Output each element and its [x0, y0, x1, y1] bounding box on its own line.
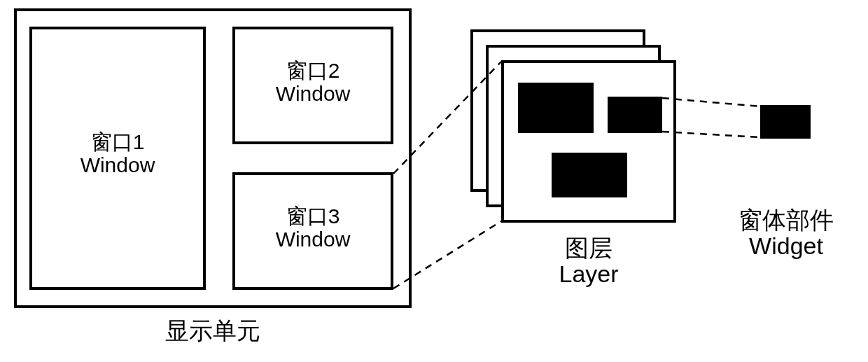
widget-caption-en: Widget — [713, 233, 860, 259]
layer-caption-en: Layer — [501, 261, 676, 287]
svg-line-3 — [662, 132, 760, 137]
window-3-cn: 窗口3 — [232, 204, 393, 228]
window-3-en: Window — [232, 228, 393, 251]
layer-rect-1 — [518, 83, 594, 133]
window-3-label: 窗口3 Window — [232, 204, 393, 251]
widget-caption-cn: 窗体部件 — [713, 207, 860, 233]
diagram-canvas: 窗口1 Window 窗口2 Window 窗口3 Window 显示单元 图层… — [0, 0, 868, 362]
window-2-en: Window — [232, 82, 393, 105]
layer-rect-3 — [552, 153, 627, 197]
window-2-cn: 窗口2 — [232, 59, 393, 82]
window-1-en: Window — [29, 153, 206, 176]
window-2-label: 窗口2 Window — [232, 59, 393, 105]
layer-caption-cn: 图层 — [501, 235, 676, 261]
layer-rect-2 — [608, 97, 662, 133]
window-1-cn: 窗口1 — [29, 130, 206, 153]
svg-line-2 — [662, 98, 760, 106]
window-1-label: 窗口1 Window — [29, 130, 206, 176]
widget-caption: 窗体部件 Widget — [713, 207, 860, 260]
display-unit-caption: 显示单元 — [14, 315, 412, 347]
widget-rect — [760, 105, 811, 139]
layer-caption: 图层 Layer — [501, 235, 676, 288]
